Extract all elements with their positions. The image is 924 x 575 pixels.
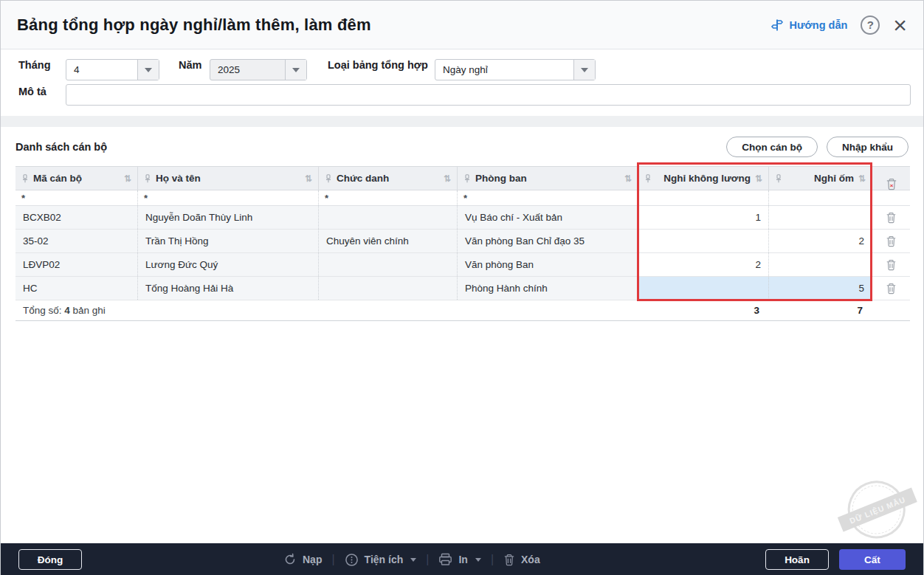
filter-actions <box>872 190 910 205</box>
filter-name[interactable]: * <box>137 190 318 205</box>
cell-title[interactable] <box>318 253 457 276</box>
reload-button[interactable]: Nạp <box>283 553 322 566</box>
pin-icon[interactable] <box>644 174 652 183</box>
cell-code[interactable]: BCXB02 <box>15 206 137 229</box>
trash-icon <box>886 259 897 271</box>
list-title: Danh sách cán bộ <box>15 141 107 153</box>
refresh-icon <box>283 553 297 566</box>
cell-sick-leave[interactable]: 5 <box>768 277 872 300</box>
table-filter-row: * * * * <box>15 190 910 206</box>
cell-title[interactable]: Chuyên viên chính <box>318 230 457 252</box>
pin-icon[interactable] <box>325 174 332 183</box>
close-button[interactable]: Đóng <box>18 549 82 570</box>
cell-code[interactable]: HC <box>15 277 137 300</box>
filter-department[interactable]: * <box>457 190 638 205</box>
delete-row-button[interactable] <box>872 253 910 276</box>
cell-title[interactable] <box>318 206 457 229</box>
table-row[interactable]: HC Tống Hoàng Hải Hà Phòng Hành chính 5 <box>15 277 910 300</box>
cell-code[interactable]: 35-02 <box>15 230 137 252</box>
sort-icon[interactable]: ⇅ <box>305 173 312 184</box>
column-header-unpaid-leave[interactable]: Nghỉ không lương ⇅ <box>638 167 768 190</box>
record-count: Tổng số: 4 bản ghi <box>15 305 638 316</box>
column-header-name[interactable]: Họ và tên ⇅ <box>137 167 318 190</box>
pin-icon[interactable] <box>144 174 151 183</box>
column-header-code[interactable]: Mã cán bộ ⇅ <box>15 167 137 190</box>
table-header-row: Mã cán bộ ⇅ Họ và tên ⇅ Chức danh ⇅ Phòn… <box>15 167 910 190</box>
select-staff-button[interactable]: Chọn cán bộ <box>726 137 818 157</box>
description-label: Mô tả <box>18 86 46 97</box>
staff-table: Mã cán bộ ⇅ Họ và tên ⇅ Chức danh ⇅ Phòn… <box>15 166 910 321</box>
close-icon[interactable]: × <box>893 16 907 35</box>
pin-icon[interactable] <box>463 174 471 183</box>
description-input[interactable] <box>66 84 911 106</box>
footer-bar: Đóng Nạp | Tiện ích | In | Xóa <box>1 543 923 575</box>
cell-department[interactable]: Vụ Báo chí - Xuất bản <box>457 206 638 229</box>
cell-name[interactable]: Trần Thị Hồng <box>137 230 318 252</box>
cell-unpaid-leave[interactable] <box>638 230 768 252</box>
cell-name[interactable]: Lương Đức Quý <box>137 253 318 276</box>
help-icon[interactable]: ? <box>861 16 880 35</box>
cell-sick-leave[interactable] <box>768 206 872 229</box>
delete-row-button[interactable] <box>872 206 910 229</box>
cell-department[interactable]: Phòng Hành chính <box>457 277 638 300</box>
trash-icon <box>503 554 515 566</box>
column-header-department[interactable]: Phòng ban ⇅ <box>457 167 638 190</box>
chevron-down-icon <box>285 60 306 80</box>
filter-code[interactable]: * <box>15 190 137 205</box>
print-button[interactable]: In <box>438 553 480 566</box>
trash-icon <box>886 283 897 295</box>
cell-sick-leave[interactable]: 2 <box>768 230 872 252</box>
pin-icon[interactable] <box>21 174 29 183</box>
month-select[interactable]: 4 <box>66 59 159 80</box>
save-button[interactable]: Cất <box>839 549 906 570</box>
delete-button[interactable]: Xóa <box>503 554 540 566</box>
cell-name[interactable]: Nguyễn Doãn Thùy Linh <box>137 206 318 229</box>
pin-icon[interactable] <box>775 174 782 183</box>
cell-department[interactable]: Văn phòng Ban Chỉ đạo 35 <box>457 230 638 252</box>
chevron-down-icon <box>475 558 481 562</box>
trash-delete-all-icon[interactable]: × <box>886 178 897 190</box>
totals-row: Tổng số: 4 bản ghi 3 7 <box>15 300 910 321</box>
utilities-button[interactable]: Tiện ích <box>345 553 417 567</box>
printer-icon <box>438 553 452 566</box>
table-row[interactable]: 35-02 Trần Thị Hồng Chuyên viên chính Vă… <box>15 230 910 253</box>
filter-sick-leave[interactable] <box>768 190 872 205</box>
signpost-icon <box>770 18 785 32</box>
import-button[interactable]: Nhập khẩu <box>827 137 909 157</box>
month-label: Tháng <box>18 59 51 71</box>
cell-unpaid-leave[interactable] <box>638 277 768 300</box>
delete-row-button[interactable] <box>872 277 910 300</box>
filter-unpaid-leave[interactable] <box>638 190 768 205</box>
table-row[interactable]: BCXB02 Nguyễn Doãn Thùy Linh Vụ Báo chí … <box>15 206 910 230</box>
cell-department[interactable]: Văn phòng Ban <box>457 253 638 276</box>
sort-icon[interactable]: ⇅ <box>444 173 451 184</box>
utilities-icon <box>345 553 359 567</box>
year-value: 2025 <box>210 64 285 75</box>
chevron-down-icon <box>410 558 416 562</box>
sample-data-watermark: DỮ LIỆU MẪU <box>834 469 922 551</box>
cell-unpaid-leave[interactable]: 2 <box>638 253 768 276</box>
delete-all-button[interactable]: × <box>872 167 910 190</box>
column-header-title[interactable]: Chức danh ⇅ <box>318 167 457 190</box>
postpone-button[interactable]: Hoãn <box>765 549 829 570</box>
trash-icon <box>886 235 897 247</box>
sort-icon[interactable]: ⇅ <box>624 173 632 184</box>
sort-icon[interactable]: ⇅ <box>858 173 866 184</box>
cell-unpaid-leave[interactable]: 1 <box>638 206 768 229</box>
cell-name[interactable]: Tống Hoàng Hải Hà <box>137 277 318 300</box>
filter-title[interactable]: * <box>318 190 457 205</box>
trash-icon <box>886 212 897 224</box>
year-select[interactable]: 2025 <box>210 59 307 80</box>
sort-icon[interactable]: ⇅ <box>124 173 131 184</box>
column-header-sick-leave[interactable]: Nghỉ ốm ⇅ <box>768 167 872 190</box>
year-label: Năm <box>179 59 201 71</box>
sort-icon[interactable]: ⇅ <box>755 173 762 184</box>
guide-link[interactable]: Hướng dẫn <box>770 18 848 32</box>
cell-title[interactable] <box>318 277 457 300</box>
delete-row-button[interactable] <box>872 230 910 252</box>
cell-sick-leave[interactable] <box>768 253 872 276</box>
summary-type-select[interactable]: Ngày nghỉ <box>435 59 596 80</box>
table-row[interactable]: LĐVP02 Lương Đức Quý Văn phòng Ban 2 <box>15 253 910 277</box>
page-title: Bảng tổng hợp ngày nghỉ/làm thêm, làm đê… <box>17 16 371 35</box>
cell-code[interactable]: LĐVP02 <box>15 253 137 276</box>
